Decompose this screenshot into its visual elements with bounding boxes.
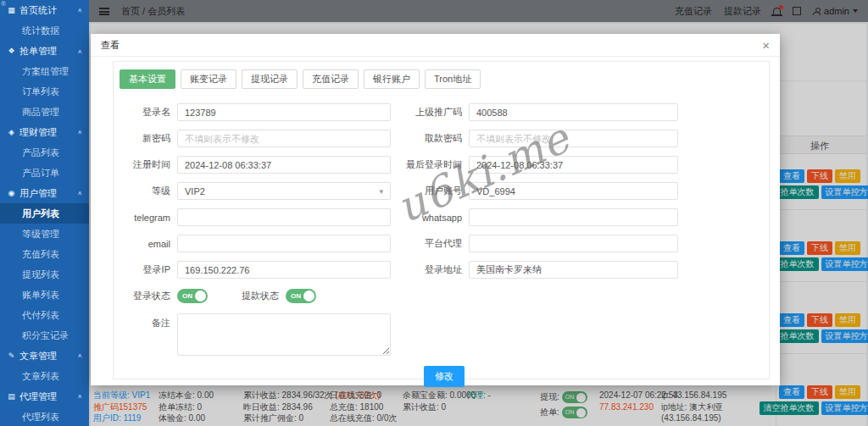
telegram-input[interactable]	[177, 208, 391, 226]
sidebar-item-article-list[interactable]: 文章列表	[0, 366, 89, 386]
group-label: 文章管理	[19, 350, 57, 362]
new-password-label: 新密码	[120, 132, 170, 145]
last-login-time-input[interactable]	[469, 156, 678, 174]
sidebar-item-order-list[interactable]: 订单列表	[0, 81, 89, 102]
login-ip-input[interactable]	[177, 261, 391, 279]
close-icon[interactable]: ×	[762, 39, 770, 52]
withdraw-password-label: 取款密码	[391, 132, 462, 145]
login-status-label: 登录状态	[120, 290, 170, 302]
chevron-up-icon: ∧	[77, 190, 82, 196]
chevron-up-icon: ∧	[77, 129, 82, 135]
sidebar-item-plan-group[interactable]: 方案组管理	[0, 61, 89, 81]
reg-mark: ®	[1, 0, 6, 8]
sidebar-item-product-orders[interactable]: 产品订单	[0, 163, 89, 183]
login-ip-label: 登录IP	[120, 263, 170, 276]
login-address-input[interactable]	[469, 261, 678, 279]
withdraw-status-label: 提款状态	[208, 290, 279, 302]
sidebar-item-agent-list[interactable]: 代理列表	[0, 407, 89, 426]
group-label: 代理管理	[19, 390, 57, 403]
email-input[interactable]	[177, 235, 391, 252]
grab-icon: ❖	[7, 47, 16, 55]
tab-withdraw-records[interactable]: 提现记录	[242, 69, 298, 89]
modal-card: 基本设置 账变记录 提现记录 充值记录 银行账户 Tron地址 登录名 上级推广…	[113, 61, 770, 379]
tab-bank-account[interactable]: 银行账户	[364, 69, 420, 89]
sidebar-item-user-list[interactable]: 用户列表	[0, 203, 89, 224]
level-label: 等级	[120, 185, 170, 197]
sidebar: ® ▦ 首页统计 ∧ 统计数据 ❖ 抢单管理 ∧ 方案组管理 订单列表 商品管理…	[0, 0, 89, 426]
modal-header: 查看 ×	[91, 34, 780, 57]
agent-icon: ▤	[7, 392, 16, 401]
chevron-up-icon: ∧	[77, 393, 82, 399]
login-name-label: 登录名	[120, 106, 170, 119]
tab-tron-address[interactable]: Tron地址	[425, 69, 481, 89]
sidebar-group-users[interactable]: ◉ 用户管理 ∧	[0, 183, 89, 203]
group-label: 首页统计	[19, 4, 57, 17]
new-password-input[interactable]	[177, 130, 391, 147]
sidebar-item-level-mgmt[interactable]: 等级管理	[0, 224, 89, 244]
sidebar-item-product-list[interactable]: 产品列表	[0, 142, 89, 163]
whatsapp-label: whatsapp	[391, 213, 462, 223]
modal-tabs: 基本设置 账变记录 提现记录 充值记录 银行账户 Tron地址	[120, 69, 769, 89]
sidebar-group-grab-orders[interactable]: ❖ 抢单管理 ∧	[0, 41, 89, 61]
login-status-toggle[interactable]: ON	[177, 289, 208, 303]
sidebar-item-bill-list[interactable]: 账单列表	[0, 285, 89, 305]
chevron-up-icon: ∧	[77, 7, 82, 13]
tab-recharge-records[interactable]: 充值记录	[303, 69, 359, 89]
sidebar-item-payment-list[interactable]: 代付列表	[0, 305, 89, 325]
chart-icon: ▦	[7, 6, 16, 14]
account-input[interactable]	[469, 182, 678, 200]
sidebar-item-stats-data[interactable]: 统计数据	[0, 20, 89, 41]
chevron-up-icon: ∧	[77, 47, 82, 53]
group-label: 理财管理	[19, 126, 57, 139]
finance-icon: ◈	[7, 128, 16, 136]
modify-button[interactable]: 修改	[424, 366, 465, 387]
sidebar-group-articles[interactable]: ✎ 文章管理 ∧	[0, 346, 89, 366]
modal-title: 查看	[101, 39, 120, 52]
withdraw-status-toggle[interactable]: ON	[286, 289, 316, 303]
last-login-time-label: 最后登录时间	[391, 158, 462, 171]
platform-agent-label: 平台代理	[391, 237, 462, 250]
register-time-input[interactable]	[177, 156, 391, 174]
sidebar-item-points-records[interactable]: 积分宝记录	[0, 325, 89, 346]
telegram-label: telegram	[120, 213, 170, 223]
remark-label: 备注	[120, 317, 170, 329]
sidebar-item-withdraw-list[interactable]: 提现列表	[0, 264, 89, 285]
screen: ® ▦ 首页统计 ∧ 统计数据 ❖ 抢单管理 ∧ 方案组管理 订单列表 商品管理…	[0, 0, 868, 426]
platform-agent-input[interactable]	[469, 235, 678, 252]
login-address-label: 登录地址	[391, 263, 462, 276]
user-icon: ◉	[7, 189, 16, 197]
login-name-input[interactable]	[177, 103, 391, 121]
tab-basic-settings[interactable]: 基本设置	[120, 69, 175, 89]
chevron-down-icon: ▾	[379, 187, 383, 196]
parent-code-label: 上级推广码	[391, 106, 462, 119]
tab-balance-records[interactable]: 账变记录	[181, 69, 236, 89]
group-label: 抢单管理	[19, 45, 57, 58]
sidebar-item-recharge-list[interactable]: 充值列表	[0, 244, 89, 264]
account-label: 用户账号	[391, 185, 462, 197]
level-select[interactable]: VIP2▾	[177, 182, 391, 200]
sidebar-group-agents[interactable]: ▤ 代理管理 ∧	[0, 386, 89, 407]
article-icon: ✎	[7, 351, 16, 360]
remark-textarea[interactable]	[177, 313, 391, 356]
group-label: 用户管理	[19, 187, 57, 200]
view-user-modal: 查看 × 基本设置 账变记录 提现记录 充值记录 银行账户 Tron地址 登录名…	[91, 34, 780, 385]
whatsapp-input[interactable]	[469, 208, 678, 226]
sidebar-item-product-mgmt[interactable]: 商品管理	[0, 102, 89, 122]
register-time-label: 注册时间	[120, 158, 170, 171]
sidebar-group-home-stats[interactable]: ▦ 首页统计 ∧	[0, 0, 89, 20]
email-label: email	[120, 239, 170, 249]
user-form: 登录名 上级推广码 新密码 取款密码 注册时间 最后登录时间 等级 VIP2▾ …	[120, 103, 769, 387]
sidebar-group-finance[interactable]: ◈ 理财管理 ∧	[0, 122, 89, 142]
parent-code-input[interactable]	[469, 103, 678, 121]
withdraw-password-input[interactable]	[469, 130, 678, 147]
chevron-up-icon: ∧	[77, 352, 82, 358]
